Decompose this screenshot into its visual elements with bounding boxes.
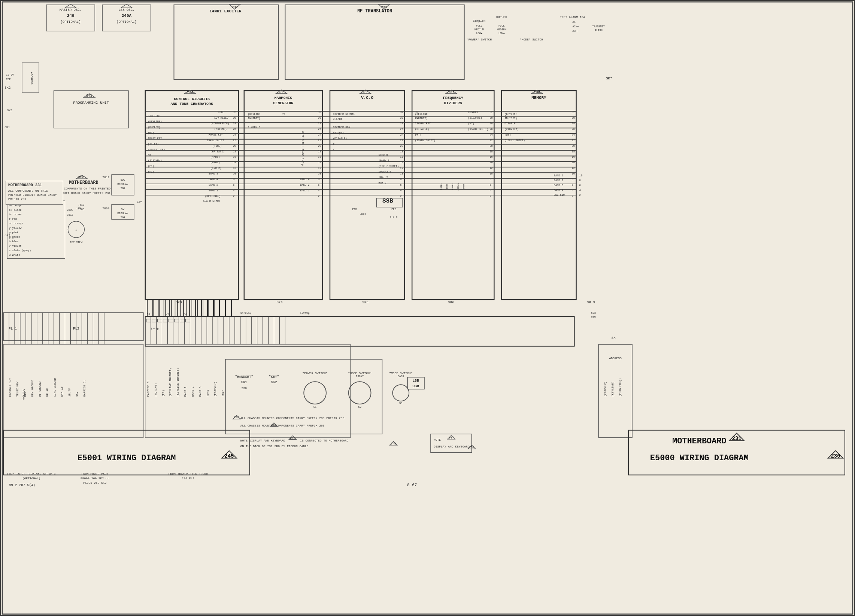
svg-text:SK7: SK7 (606, 77, 612, 81)
svg-text:14MHz EXCITER: 14MHz EXCITER (209, 9, 242, 14)
svg-text:BAND 1: BAND 1 (184, 386, 187, 397)
svg-text:TELEX KEY: TELEX KEY (16, 381, 19, 397)
svg-text:LSB: LSB (412, 378, 419, 383)
svg-text:12V: 12V (76, 207, 81, 210)
svg-rect-453 (174, 319, 179, 322)
svg-text:MEMORY: MEMORY (532, 95, 546, 100)
svg-text:REF: REF (6, 78, 11, 81)
svg-text:239: 239 (469, 446, 475, 449)
svg-text:TEST ALARM A3A: TEST ALARM A3A (560, 15, 585, 19)
svg-text:(OPTIONAL): (OPTIONAL) (23, 477, 40, 480)
svg-text:BAND 3: BAND 3 (199, 386, 202, 397)
svg-text:2: 2 (579, 194, 581, 196)
svg-text:CIRCUIT BOARD CARRY PREFIX 231: CIRCUIT BOARD CARRY PREFIX 231 (57, 192, 111, 195)
svg-text:7812: 7812 (78, 203, 84, 206)
svg-rect-448 (146, 319, 151, 322)
svg-text:C4: C4 (166, 312, 169, 315)
svg-rect-451 (163, 319, 168, 322)
svg-text:E5001 WIRING DIAGRAM: E5001 WIRING DIAGRAM (77, 454, 176, 463)
svg-text:"HANDSET": "HANDSET" (235, 375, 253, 379)
svg-text:E5000 WIRING DIAGRAM: E5000 WIRING DIAGRAM (650, 454, 749, 463)
svg-text:(KEYLINE: (KEYLINE (248, 113, 260, 116)
svg-text:7805: 7805 (102, 207, 109, 210)
svg-text:240: 240 (67, 14, 75, 18)
svg-text:or  orange: or orange (9, 222, 23, 225)
svg-text:245: 245 (224, 453, 234, 459)
svg-text:BAND 2: BAND 2 (554, 179, 563, 182)
svg-text:12V: 12V (76, 176, 81, 179)
svg-text:PFD: PFD (391, 208, 396, 211)
svg-text:TRIF: TRIF (221, 390, 224, 397)
svg-rect-449 (152, 319, 156, 322)
svg-text:EARPICE CL: EARPICE CL (147, 380, 150, 397)
svg-text:SK1: SK1 (5, 234, 11, 238)
svg-text:236: 236 (363, 90, 369, 94)
svg-text:A3H: A3H (573, 29, 578, 32)
svg-text:TOR: TOR (121, 216, 126, 219)
svg-text:250 PL1: 250 PL1 (182, 477, 195, 480)
svg-text:LOW●: LOW● (476, 32, 483, 35)
svg-text:4: 4 (579, 189, 581, 192)
svg-text:(2182kHz): (2182kHz) (604, 382, 607, 397)
svg-text:y    yellow: y yellow (9, 227, 22, 230)
legend-subtitle: ALL COMPONENTS ON THIS PRINTED CIRCUIT B… (8, 189, 61, 201)
svg-text:INHIBIT): INHIBIT) (504, 117, 517, 120)
svg-text:265: 265 (271, 423, 277, 426)
svg-text:PL 1: PL 1 (9, 327, 17, 331)
svg-text:FROM POWER PACK: FROM POWER PACK (81, 472, 108, 476)
svg-text:A1: A1 (573, 21, 576, 24)
svg-text:MHz 2: MHz 2 (378, 182, 386, 185)
svg-text:83u: 83u (591, 315, 596, 318)
svg-text:SK2: SK2 (7, 109, 12, 112)
svg-text:DIVIDER SIGNAL: DIVIDER SIGNAL (333, 113, 355, 116)
svg-text:FULL: FULL (498, 25, 505, 28)
svg-text:TOR: TOR (121, 187, 126, 190)
svg-text:230: 230 (830, 453, 840, 459)
svg-text:NOTE: NOTE (434, 438, 441, 441)
svg-text:BACK: BACK (398, 375, 405, 378)
svg-text:SK2: SK2 (5, 86, 11, 90)
svg-text:FRONT: FRONT (356, 375, 364, 378)
svg-text:(MUTING): (MUTING) (154, 383, 157, 397)
svg-text:8: 8 (579, 179, 581, 182)
svg-text:ALL CHASSIS MOUNTED COMPONENTS: ALL CHASSIS MOUNTED COMPONENTS CARRY PRE… (241, 417, 345, 420)
svg-text:REGULA-: REGULA- (117, 183, 128, 186)
svg-text:(KEYLINE): (KEYLINE) (611, 382, 614, 397)
svg-text:SK1: SK1 (5, 126, 10, 129)
svg-text:1MHz: 1MHz (463, 184, 465, 190)
svg-text:bn  brown: bn brown (9, 213, 21, 216)
svg-text:12×40μ: 12×40μ (300, 311, 310, 314)
svg-text:(KEYLINE: (KEYLINE (504, 113, 517, 116)
svg-text:238: 238 (534, 90, 540, 94)
svg-text:CONTROL CIRCUITS: CONTROL CIRCUITS (174, 97, 210, 101)
svg-text:C8: C8 (184, 312, 187, 315)
svg-text:PROGRAMMING UNIT: PROGRAMMING UNIT (73, 101, 109, 105)
svg-text:MF GROUND: MF GROUND (38, 381, 41, 397)
svg-text:7812: 7812 (102, 176, 109, 179)
svg-text:BAND 4: BAND 4 (554, 189, 563, 192)
svg-text:MASTER OSC.: MASTER OSC. (60, 8, 82, 12)
svg-text:TRANSMIT: TRANSMIT (593, 25, 605, 28)
svg-text:ADDRESS: ADDRESS (609, 357, 622, 360)
svg-text:"POWER" SWITCH: "POWER" SWITCH (467, 38, 492, 41)
svg-text:w   white: w white (9, 253, 20, 256)
svg-text:233: 233 (381, 6, 387, 9)
svg-text:SK5: SK5 (363, 301, 369, 305)
svg-text:"KEY": "KEY" (269, 375, 279, 379)
svg-text:A2H●: A2H● (573, 25, 579, 28)
svg-text:99 2 207 5(4): 99 2 207 5(4) (9, 483, 35, 487)
svg-text:MEDIUM: MEDIUM (497, 28, 506, 31)
svg-text:14×0.1μ: 14×0.1μ (241, 311, 251, 314)
svg-text:DUPLEX: DUPLEX (496, 15, 507, 19)
svg-text:MOTHERBOARD: MOTHERBOARD (69, 180, 98, 185)
svg-text:"MODE SWITCH": "MODE SWITCH" (389, 371, 412, 375)
svg-text:SK6: SK6 (448, 301, 454, 305)
svg-text:MEDIUM: MEDIUM (475, 28, 484, 31)
svg-text:3.3 ±: 3.3 ± (389, 215, 397, 218)
svg-text:ALARM START: ALARM START (203, 199, 220, 202)
svg-text:r    red: r red (9, 218, 17, 221)
svg-text:237: 237 (448, 90, 454, 94)
svg-text:"POWER SWITCH": "POWER SWITCH" (303, 371, 328, 375)
svg-text:SK2: SK2 (271, 380, 277, 384)
svg-text:8-67: 8-67 (407, 483, 417, 487)
